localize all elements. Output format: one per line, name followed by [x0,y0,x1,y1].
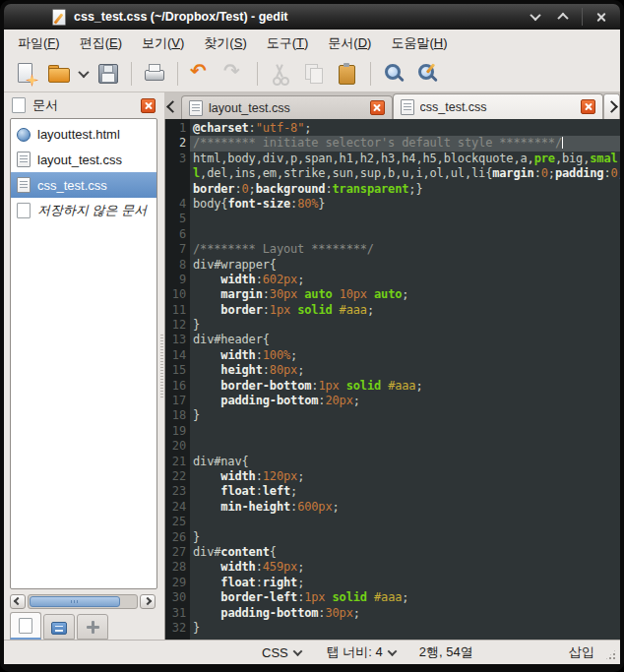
code-line-text[interactable]: body{font-size:80%} [190,197,620,212]
code-line[interactable]: 12} [165,318,620,333]
undo-button[interactable] [185,59,217,89]
code-line-text[interactable]: border-bottom:1px solid #aaa; [190,379,620,394]
file-item[interactable]: layout_test.css [11,147,156,172]
code-line-text[interactable]: border:1px solid #aaa; [190,303,620,318]
code-line[interactable]: 5 [165,212,620,226]
code-view[interactable]: 1@charset:"utf-8";2/******** initiate se… [164,119,620,640]
code-line[interactable]: 23 float:left; [165,484,620,499]
code-line-text[interactable]: } [190,530,620,545]
code-line-text[interactable]: html,body,div,p,span,h1,h2,h3,h4,h5,bloc… [190,152,620,166]
language-selector[interactable]: CSS [258,643,305,662]
menu-item-tools[interactable]: 도구(T) [257,31,319,56]
code-line-text[interactable] [190,515,620,529]
file-item[interactable]: layouttest.html [11,121,156,147]
close-button[interactable] [582,8,612,26]
code-line[interactable]: 2/******** initiate selector's default s… [165,136,620,151]
code-line-text[interactable]: /******** Layout ********/ [190,242,620,257]
code-line-text[interactable]: @charset:"utf-8"; [190,121,620,136]
code-line-text[interactable]: } [190,621,620,636]
code-line[interactable]: 21div#nav{ [165,455,620,469]
code-line[interactable]: 15 height:80px; [165,363,620,378]
code-line-text[interactable]: width:459px; [190,560,620,575]
code-line[interactable]: 32} [165,621,620,636]
code-line-text[interactable]: div#wrapper{ [190,258,620,273]
replace-button[interactable] [411,59,443,89]
tab-close-button[interactable] [370,100,385,115]
menu-item-edit[interactable]: 편집(E) [70,31,132,56]
scroll-left-button[interactable] [10,594,26,609]
code-line[interactable]: 10 margin:30px auto 10px auto; [165,287,620,302]
sidebar-horizontal-scrollbar[interactable] [10,592,156,610]
pane-resize-handle[interactable] [159,92,164,640]
menu-item-file[interactable]: 파일(F) [8,31,70,56]
code-line-text[interactable]: div#header{ [190,333,620,347]
code-line[interactable]: 31 padding-bottom:30px; [165,606,620,621]
code-line[interactable]: 19 [165,424,620,439]
menu-item-help[interactable]: 도움말(H) [381,31,457,56]
code-line[interactable]: 13div#header{ [165,333,620,347]
code-line[interactable]: 16 border-bottom:1px solid #aaa; [165,379,620,394]
file-item[interactable]: 저장하지 않은 문서 [11,198,156,223]
code-line-text[interactable]: float:left; [190,484,620,499]
code-line-text[interactable]: margin:30px auto 10px auto; [190,287,620,302]
code-line[interactable]: 9 width:602px; [165,273,620,287]
tab-width-selector[interactable]: 탭 너비: 4 [323,641,400,663]
scrollbar-thumb[interactable] [30,596,120,607]
code-line-text[interactable]: border-left:1px solid #aaa; [190,590,620,605]
code-line[interactable]: 22 width:120px; [165,469,620,484]
code-line-text[interactable]: l,del,ins,em,strike,sun,sup,b,u,i,ol,ul,… [190,166,620,181]
code-line[interactable]: 6 [165,227,620,242]
tab-close-button[interactable] [581,99,595,114]
code-line[interactable]: 11 border:1px solid #aaa; [165,303,620,318]
file-item[interactable]: css_test.css [11,172,156,198]
menu-item-documents[interactable]: 문서(D) [318,31,381,56]
code-line-text[interactable]: height:80px; [190,363,620,378]
side-panel-tab-documents[interactable] [10,612,41,640]
open-button[interactable] [43,59,75,89]
code-line[interactable]: 18} [165,408,620,423]
side-panel-close-button[interactable] [141,98,156,113]
code-line[interactable]: 1@charset:"utf-8"; [165,121,620,136]
code-line-text[interactable]: padding-bottom:30px; [190,606,620,621]
code-line-text[interactable]: float:right; [190,576,620,590]
code-line-text[interactable]: width:100%; [190,348,620,363]
new-document-button[interactable] [10,59,41,89]
code-line-text[interactable]: min-height:600px; [190,500,620,515]
code-line[interactable]: 28 width:459px; [165,560,620,575]
code-line-text[interactable]: /******** initiate selector's default st… [190,136,620,151]
maximize-button[interactable] [551,8,575,26]
code-line[interactable]: 27div#content{ [165,545,620,560]
code-line-text[interactable]: padding-bottom:20px; [190,394,620,408]
tab-scroll-right-button[interactable] [603,93,620,119]
code-line-text[interactable] [190,227,620,242]
code-line-text[interactable]: width:120px; [190,469,620,484]
code-line[interactable]: 4body{font-size:80%} [165,197,620,212]
tab-scroll-left-button[interactable] [164,93,181,119]
paste-button[interactable] [332,59,363,89]
print-button[interactable] [139,59,170,89]
side-panel-tab-file-browser[interactable] [43,614,75,640]
code-line[interactable]: 17 padding-bottom:20px; [165,394,620,408]
code-line-text[interactable]: border:0;background:transparent;} [190,182,620,197]
menu-item-search[interactable]: 찾기(S) [194,31,256,56]
side-panel-tab-add-panel[interactable] [77,614,108,640]
editor-tab[interactable]: css_test.css [393,93,604,119]
resize-grip[interactable] [604,648,617,661]
code-line-text[interactable]: div#content{ [190,545,620,560]
code-line[interactable]: 20 [165,439,620,454]
code-line[interactable]: 3html,body,div,p,span,h1,h2,h3,h4,h5,blo… [165,152,620,166]
code-line[interactable]: l,del,ins,em,strike,sun,sup,b,u,i,ol,ul,… [165,166,620,181]
code-line[interactable]: 7/******** Layout ********/ [165,242,620,257]
code-line[interactable]: 14 width:100%; [165,348,620,363]
minimize-button[interactable] [524,8,547,26]
scroll-right-button[interactable] [140,594,156,609]
code-line-text[interactable]: width:602px; [190,273,620,287]
code-line-text[interactable] [190,212,620,226]
code-line[interactable]: border:0;background:transparent;} [165,182,620,197]
code-line[interactable]: 30 border-left:1px solid #aaa; [165,590,620,605]
menu-item-view[interactable]: 보기(V) [132,31,194,56]
editor-tab[interactable]: layout_test.css [181,95,393,119]
code-line[interactable]: 25 [165,515,620,529]
code-line[interactable]: 26} [165,530,620,545]
code-line-text[interactable] [190,424,620,439]
